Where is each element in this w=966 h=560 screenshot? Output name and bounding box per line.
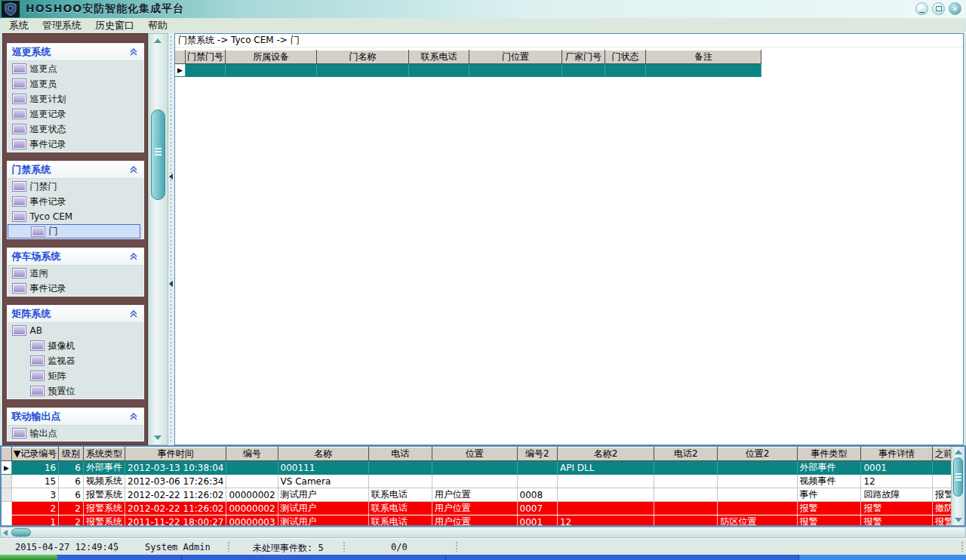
event-cell: 报警: [861, 515, 933, 528]
door-column-header[interactable]: 门状态: [605, 51, 645, 64]
tree-item[interactable]: 巡更员: [8, 76, 143, 91]
tree-item-label: 事件记录: [30, 195, 66, 208]
tree-item[interactable]: 巡更状态: [8, 122, 143, 137]
tree-item[interactable]: 摄像机: [8, 338, 143, 353]
event-column-header[interactable]: 电话2: [654, 448, 718, 461]
close-button[interactable]: ✕: [949, 2, 961, 15]
event-column-header[interactable]: 电话: [368, 448, 432, 461]
event-cell: [718, 461, 797, 475]
tree-node-icon: [13, 140, 26, 149]
menu-bar: 系统管理系统历史窗口帮助: [2, 18, 964, 34]
sidebar-scrollbar-thumb[interactable]: [151, 109, 165, 200]
menu-item-1[interactable]: 管理系统: [35, 18, 88, 33]
tree-item[interactable]: 门禁门: [8, 179, 143, 194]
taskbar-sliver[interactable]: [0, 555, 966, 560]
tree-item[interactable]: 矩阵: [8, 368, 143, 383]
title-bar[interactable]: HOSHOO安防智能化集成平台 ▁ ✕: [0, 0, 966, 18]
row-selector-cell[interactable]: [2, 502, 11, 515]
section-header[interactable]: 联动输出点: [8, 408, 143, 426]
event-cell: 3: [11, 488, 58, 502]
event-column-header[interactable]: 位置: [432, 448, 517, 461]
tree-item[interactable]: 事件记录: [8, 137, 143, 152]
tree-node-icon: [31, 386, 44, 395]
sidebar-scrollbar[interactable]: [148, 33, 168, 445]
section-header[interactable]: 巡更系统: [8, 44, 143, 61]
splitter-arrow-icon[interactable]: [169, 174, 173, 180]
event-cell: [226, 461, 278, 475]
collapse-chevron-icon[interactable]: [128, 251, 139, 262]
event-row[interactable]: 36报警系统2012-02-22 11:26:0200000002测试用户联系电…: [2, 488, 964, 502]
row-selector-cell[interactable]: ▶: [175, 64, 185, 77]
section-header[interactable]: 门禁系统: [8, 162, 143, 179]
door-column-header[interactable]: 门禁门号: [185, 51, 225, 64]
row-selector-cell[interactable]: ▶: [2, 461, 11, 475]
event-column-header[interactable]: 系统类型: [84, 448, 125, 461]
event-cell: 2: [11, 502, 58, 515]
start-button-sliver[interactable]: [0, 555, 57, 560]
tree-item[interactable]: 巡更计划: [8, 91, 143, 106]
tree-item[interactable]: Tyco CEM: [8, 209, 143, 224]
tree-item[interactable]: AB: [8, 323, 143, 338]
event-cell: [654, 475, 718, 488]
scroll-down-icon[interactable]: [955, 518, 962, 522]
tree-item[interactable]: 巡更点: [8, 61, 143, 76]
restore-button[interactable]: [932, 2, 945, 15]
tree-item[interactable]: 事件记录: [8, 281, 143, 296]
event-column-header[interactable]: 级别: [59, 448, 84, 461]
door-table-container: 门禁门号所属设备门名称联系电话门位置厂家门号门状态备注▶: [175, 50, 963, 77]
event-row[interactable]: 12报警系统2011-11-22 18:00:2700000003测试用户联系电…: [2, 515, 964, 528]
event-column-header[interactable]: 编号2: [517, 448, 557, 461]
scroll-up-icon[interactable]: [154, 38, 162, 43]
event-scrollbar-horizontal[interactable]: [0, 527, 966, 538]
menu-item-2[interactable]: 历史窗口: [88, 18, 141, 33]
collapse-chevron-icon[interactable]: [128, 411, 139, 422]
splitter-arrow-icon[interactable]: [169, 281, 173, 287]
minimize-button[interactable]: ▁: [915, 2, 928, 15]
door-column-header[interactable]: 厂家门号: [561, 51, 605, 64]
tree-item[interactable]: 预置位: [8, 383, 143, 398]
collapse-chevron-icon[interactable]: [128, 309, 139, 319]
row-selector-cell[interactable]: [2, 488, 11, 502]
event-column-header[interactable]: 事件类型: [797, 448, 861, 461]
event-column-header[interactable]: 位置2: [718, 448, 797, 461]
event-row[interactable]: 22报警系统2012-02-22 11:26:0200000002测试用户联系电…: [2, 502, 964, 515]
event-scrollbar-thumb[interactable]: [953, 457, 963, 497]
event-cell: VS Camera: [278, 475, 368, 488]
menu-item-3[interactable]: 帮助: [141, 18, 174, 33]
event-column-header[interactable]: 名称2: [557, 448, 654, 461]
tree-item[interactable]: 巡更记录: [8, 106, 143, 122]
event-column-header[interactable]: 名称: [278, 448, 368, 461]
event-cell: 2011-11-22 18:00:27: [125, 515, 226, 528]
event-row[interactable]: ▶166外部事件2012-03-13 10:38:04000111API DLL…: [2, 461, 964, 475]
event-column-header[interactable]: ▼记录编号: [11, 448, 58, 461]
tree-item[interactable]: 事件记录: [8, 194, 143, 209]
event-column-header[interactable]: 事件时间: [125, 448, 226, 461]
door-row[interactable]: ▶: [175, 64, 761, 77]
section-header[interactable]: 停车场系统: [8, 248, 143, 266]
tree-item[interactable]: 监视器: [8, 353, 143, 368]
menu-item-0[interactable]: 系统: [2, 18, 35, 33]
door-column-header[interactable]: 门位置: [469, 51, 561, 64]
event-column-header[interactable]: 事件详情: [861, 448, 933, 461]
tree-item-label: 巡更状态: [30, 123, 66, 136]
collapse-chevron-icon[interactable]: [128, 47, 139, 57]
scroll-down-icon[interactable]: [154, 435, 162, 440]
section-header[interactable]: 矩阵系统: [8, 306, 143, 323]
collapse-chevron-icon[interactable]: [128, 165, 139, 175]
event-column-header[interactable]: 编号: [226, 448, 278, 461]
tree-item[interactable]: 输出点: [8, 426, 143, 441]
scroll-left-icon[interactable]: [3, 530, 8, 536]
hscrollbar-thumb[interactable]: [11, 528, 31, 537]
event-row[interactable]: 156视频系统2012-03-06 17:26:34VS Camera视频事件1…: [2, 475, 964, 488]
tree-item[interactable]: 道闸: [8, 266, 143, 281]
tree-item-label: 摄像机: [48, 340, 75, 352]
tree-item[interactable]: 门: [8, 224, 140, 238]
door-column-header[interactable]: 备注: [645, 51, 761, 64]
event-scrollbar-vertical[interactable]: [951, 447, 964, 525]
door-column-header[interactable]: 联系电话: [408, 51, 469, 64]
row-selector-cell[interactable]: [2, 475, 11, 488]
scroll-up-icon[interactable]: [955, 450, 962, 454]
row-selector-cell[interactable]: [2, 515, 11, 528]
door-column-header[interactable]: 门名称: [316, 51, 408, 64]
door-column-header[interactable]: 所属设备: [225, 51, 316, 64]
